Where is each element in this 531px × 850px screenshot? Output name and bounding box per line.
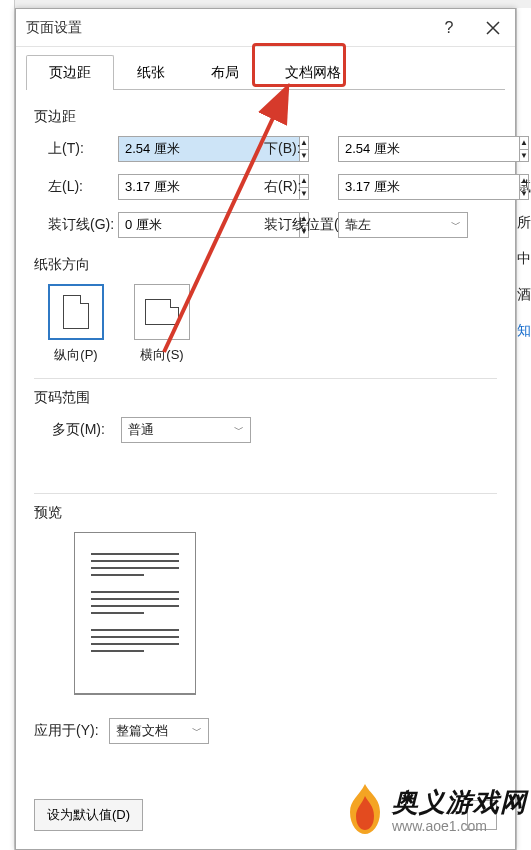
orientation-group: 纵向(P) 横向(S) bbox=[48, 284, 497, 364]
orientation-portrait[interactable]: 纵向(P) bbox=[48, 284, 104, 364]
apply-to-value: 整篇文档 bbox=[116, 722, 188, 740]
side-char-link[interactable]: 知 bbox=[517, 312, 531, 348]
portrait-icon-box bbox=[48, 284, 104, 340]
gutter-pos-combo[interactable]: 靠左 ﹀ bbox=[338, 212, 468, 238]
watermark-main: 奥义游戏网 bbox=[392, 789, 527, 815]
gutter-pos-value: 靠左 bbox=[345, 216, 447, 234]
preview-page bbox=[74, 532, 196, 694]
tab-document-grid[interactable]: 文档网格 bbox=[262, 55, 364, 90]
spin-down-icon[interactable]: ▼ bbox=[520, 150, 528, 162]
margins-section-title: 页边距 bbox=[34, 108, 497, 126]
gutter-input[interactable]: ▲▼ bbox=[118, 212, 248, 238]
apply-to-combo[interactable]: 整篇文档 ﹀ bbox=[109, 718, 209, 744]
landscape-label: 横向(S) bbox=[134, 346, 190, 364]
background-panel-left bbox=[0, 0, 15, 850]
background-panel-right: 试 所 中 酒 知 bbox=[516, 8, 531, 850]
margin-left-label: 左(L): bbox=[48, 178, 118, 196]
spin-up-icon[interactable]: ▲ bbox=[520, 175, 528, 188]
margin-right-input[interactable]: ▲▼ bbox=[338, 174, 468, 200]
landscape-icon-box bbox=[134, 284, 190, 340]
chevron-down-icon: ﹀ bbox=[447, 218, 465, 232]
page-setup-dialog: 页面设置 ? 页边距 纸张 布局 文档网格 页边距 上(T): ▲▼ 下(B):… bbox=[15, 8, 516, 850]
multi-pages-combo[interactable]: 普通 ﹀ bbox=[121, 417, 251, 443]
spinner-buttons[interactable]: ▲▼ bbox=[520, 174, 529, 200]
divider bbox=[34, 493, 497, 494]
portrait-label: 纵向(P) bbox=[48, 346, 104, 364]
divider bbox=[34, 378, 497, 379]
page-range-section-title: 页码范围 bbox=[34, 389, 497, 407]
help-button[interactable]: ? bbox=[427, 9, 471, 47]
side-char: 中 bbox=[517, 240, 531, 276]
side-char: 酒 bbox=[517, 276, 531, 312]
watermark: 奥义游戏网 www.aoe1.com bbox=[344, 782, 527, 840]
margin-top-label: 上(T): bbox=[48, 140, 118, 158]
spin-up-icon[interactable]: ▲ bbox=[520, 137, 528, 150]
flame-icon bbox=[344, 782, 386, 840]
orientation-landscape[interactable]: 横向(S) bbox=[134, 284, 190, 364]
side-char: 所 bbox=[517, 204, 531, 240]
dialog-title: 页面设置 bbox=[16, 19, 427, 37]
margin-left-input[interactable]: ▲▼ bbox=[118, 174, 248, 200]
multi-pages-label: 多页(M): bbox=[52, 421, 105, 439]
gutter-pos-label: 装订线位置(U): bbox=[248, 216, 338, 234]
gutter-label: 装订线(G): bbox=[48, 216, 118, 234]
tab-layout[interactable]: 布局 bbox=[188, 55, 262, 90]
tab-paper[interactable]: 纸张 bbox=[114, 55, 188, 90]
margin-top-input[interactable]: ▲▼ bbox=[118, 136, 248, 162]
set-default-button[interactable]: 设为默认值(D) bbox=[34, 799, 143, 831]
apply-to-label: 应用于(Y): bbox=[34, 722, 99, 740]
margin-right-label: 右(R): bbox=[248, 178, 338, 196]
spin-down-icon[interactable]: ▼ bbox=[520, 188, 528, 200]
margin-bottom-label: 下(B): bbox=[248, 140, 338, 158]
margin-right-field[interactable] bbox=[338, 174, 520, 200]
close-button[interactable] bbox=[471, 9, 515, 47]
tab-strip: 页边距 纸张 布局 文档网格 bbox=[26, 55, 505, 90]
page-portrait-icon bbox=[63, 295, 89, 329]
chevron-down-icon: ﹀ bbox=[188, 724, 206, 738]
margin-bottom-field[interactable] bbox=[338, 136, 520, 162]
dialog-content: 页边距 上(T): ▲▼ 下(B): ▲▼ 左(L): ▲▼ 右(R): ▲▼ bbox=[16, 90, 515, 789]
margin-bottom-input[interactable]: ▲▼ bbox=[338, 136, 468, 162]
titlebar: 页面设置 ? bbox=[16, 9, 515, 47]
watermark-sub: www.aoe1.com bbox=[392, 819, 527, 833]
preview-section-title: 预览 bbox=[34, 504, 497, 522]
page-landscape-icon bbox=[145, 299, 179, 325]
spinner-buttons[interactable]: ▲▼ bbox=[520, 136, 529, 162]
orientation-section-title: 纸张方向 bbox=[34, 256, 497, 274]
tab-margins[interactable]: 页边距 bbox=[26, 55, 114, 90]
close-icon bbox=[486, 21, 500, 35]
chevron-down-icon: ﹀ bbox=[230, 423, 248, 437]
multi-pages-value: 普通 bbox=[128, 421, 230, 439]
